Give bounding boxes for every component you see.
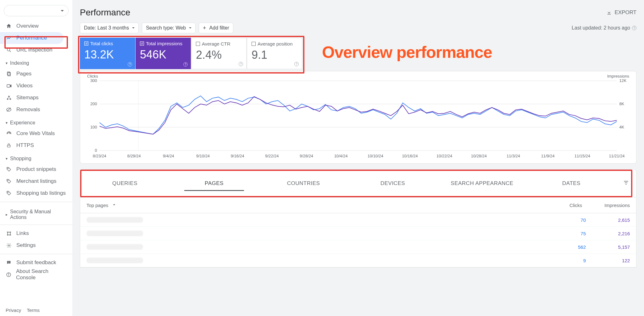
home-icon [6,23,12,29]
svg-text:9/16/24: 9/16/24 [231,154,244,158]
svg-text:10/4/24: 10/4/24 [334,154,348,158]
help-icon[interactable]: ? [128,62,132,67]
chevron-down-icon [189,27,192,29]
card-average-position[interactable]: Average position 9.1 ? [247,38,302,69]
tab-search-appearance[interactable]: SEARCH APPEARANCE [437,171,527,196]
tab-pages[interactable]: PAGES [169,171,259,196]
svg-text:10/16/24: 10/16/24 [402,154,418,158]
terms-link[interactable]: Terms [27,308,40,313]
removal-icon [6,107,12,112]
svg-line-1 [9,51,11,52]
page-title: Performance [80,8,130,18]
col-pages[interactable]: Top pages [86,203,108,208]
card-value: 546K [140,48,186,61]
page-url-redacted [86,258,143,263]
tag-icon [6,179,12,184]
col-impressions[interactable]: Impressions [586,203,630,208]
card-average-ctr[interactable]: Average CTR 2.4% ? [191,38,247,69]
sidebar-item-label: URL inspection [16,47,53,53]
sidebar-item-merchant-listings[interactable]: Merchant listings [0,175,72,187]
sort-arrow-icon [112,203,116,208]
sidebar-item-performance[interactable]: Performance [0,32,64,44]
svg-text:0: 0 [95,148,97,153]
svg-rect-4 [7,84,10,87]
section-experience[interactable]: ▾Experience [0,116,72,128]
help-icon[interactable]: ? [183,62,188,67]
col-clicks[interactable]: Clicks [538,203,582,208]
privacy-link[interactable]: Privacy [6,308,21,313]
help-icon[interactable]: ? [239,62,243,66]
svg-rect-8 [9,98,11,100]
sidebar-item-sitemaps[interactable]: Sitemaps [0,92,72,104]
tag-icon [6,191,12,196]
sidebar-item-url-inspection[interactable]: URL inspection [0,44,72,56]
svg-text:10/28/24: 10/28/24 [471,154,487,158]
section-indexing[interactable]: ▾Indexing [0,56,72,68]
section-shopping[interactable]: ▾Shopping [0,151,72,163]
svg-text:8K: 8K [619,101,624,106]
table-row[interactable]: 5625,157 [80,240,636,254]
tab-countries[interactable]: COUNTRIES [259,171,348,196]
svg-rect-21 [8,263,9,263]
svg-text:8/23/24: 8/23/24 [93,154,106,158]
plus-icon: + [203,25,206,31]
table-row[interactable]: 9122 [80,254,636,267]
svg-text:8/29/24: 8/29/24 [127,154,141,158]
help-icon[interactable]: ? [632,26,636,30]
svg-text:12K: 12K [619,79,626,83]
sidebar-item-product-snippets[interactable]: Product snippets [0,163,72,175]
pages-icon [6,71,12,76]
sidebar-item-pages[interactable]: Pages [0,68,72,80]
tab-dates[interactable]: DATES [527,171,616,196]
sidebar-item-label: Performance [16,35,47,41]
svg-text:11/3/24: 11/3/24 [507,154,520,158]
section-security[interactable]: ▸Security & Manual Actions [0,204,72,222]
cell-impressions: 2,615 [586,217,630,223]
export-button[interactable]: EXPORT [606,9,636,16]
page-url-redacted [86,231,143,236]
cell-clicks: 9 [542,258,586,263]
table-row[interactable]: 702,615 [80,213,636,227]
add-filter-chip[interactable]: +Add filter [199,23,233,33]
sidebar-item-about[interactable]: About Search Console [0,269,72,281]
svg-text:100: 100 [90,125,97,129]
checkbox-icon [196,42,200,46]
search-type-chip[interactable]: Search type: Web [142,23,196,33]
sidebar-item-shopping-tab[interactable]: Shopping tab listings [0,187,72,199]
tab-devices[interactable]: DEVICES [348,171,437,196]
sidebar-item-links[interactable]: Links [0,227,72,239]
sidebar-item-videos[interactable]: Videos [0,80,72,92]
page-header: Performance EXPORT [80,0,636,23]
chevron-down-icon: ▾ [6,156,8,161]
tag-icon [6,167,12,172]
lock-icon [6,143,12,148]
cell-impressions: 122 [586,258,630,263]
date-filter-chip[interactable]: Date: Last 3 months [80,23,139,33]
sidebar-item-https[interactable]: HTTPS [0,139,72,151]
svg-point-14 [8,192,8,193]
sidebar-item-removals[interactable]: Removals [0,104,72,116]
svg-rect-20 [8,262,9,263]
svg-rect-11 [7,145,10,147]
tab-queries[interactable]: QUERIES [80,171,169,196]
main-content: Performance EXPORT Date: Last 3 months S… [72,0,644,316]
card-total-clicks[interactable]: ✓Total clicks 13.2K ? [80,38,135,69]
sidebar-item-settings[interactable]: Settings [0,239,72,251]
table-filter-button[interactable] [616,171,636,196]
table-row[interactable]: 752,216 [80,227,636,240]
last-updated: Last updated: 2 hours ago? [572,25,636,31]
svg-rect-7 [7,98,8,100]
info-icon [6,272,12,277]
sidebar-item-label: Overview [16,23,39,29]
sidebar-item-overview[interactable]: Overview [0,20,72,32]
footer-links: Privacy Terms [6,308,40,313]
sidebar-item-feedback[interactable]: Submit feedback [0,257,72,269]
property-selector[interactable] [4,5,69,16]
search-icon [6,47,12,53]
card-total-impressions[interactable]: ✓Total impressions 546K ? [136,38,191,69]
svg-point-0 [7,48,9,51]
help-icon[interactable]: ? [294,62,299,66]
annotation-overview: Overview performance [322,43,492,62]
page-url-redacted [86,244,143,250]
sidebar-item-core-web-vitals[interactable]: Core Web Vitals [0,128,72,139]
